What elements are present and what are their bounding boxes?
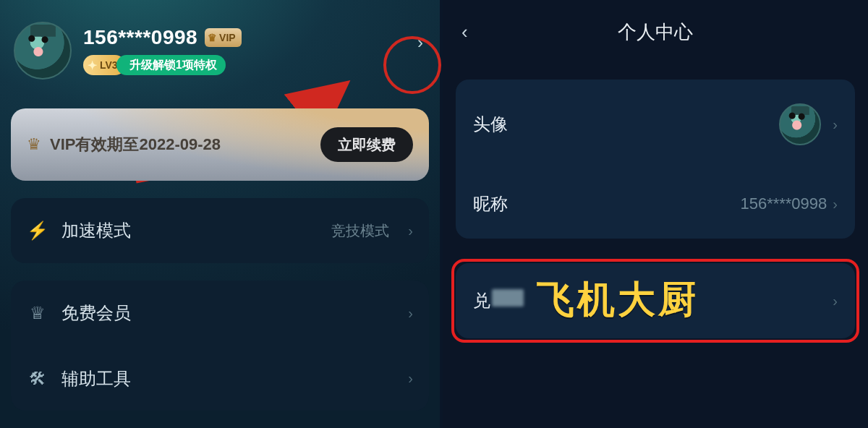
avatar — [779, 103, 821, 145]
profile-card: 头像 › 昵称 156****0998 › — [456, 80, 855, 239]
bolt-icon: ⚡ — [27, 221, 48, 241]
row-label: 头像 — [473, 113, 779, 136]
username-label: 156****0998 — [83, 26, 197, 49]
star-icon: ✦ — [88, 59, 97, 72]
row-free-member[interactable]: ♕ 免费会员 › — [27, 281, 413, 346]
profile-text-block: 156****0998 ♛ VIP ✦ LV3 升级解锁1项特权 — [83, 26, 422, 75]
chevron-right-icon: › — [408, 223, 413, 239]
renew-button[interactable]: 立即续费 — [320, 127, 413, 162]
upgrade-pill[interactable]: 升级解锁1项特权 — [116, 55, 226, 75]
row-value: 竞技模式 — [331, 221, 389, 241]
wrench-icon: 🛠 — [27, 369, 48, 389]
crown-outline-icon: ♕ — [27, 303, 48, 323]
settings-list-1: ⚡ 加速模式 竞技模式 › — [11, 198, 429, 263]
obscured-text — [492, 289, 524, 307]
level-text: LV3 — [100, 59, 118, 71]
crown-icon: ♛ — [208, 32, 217, 43]
row-value: 156****0998 — [740, 194, 827, 213]
row-label: 加速模式 — [61, 219, 318, 242]
vip-badge-text: VIP — [219, 32, 236, 43]
row-label: 兑 — [473, 289, 524, 312]
redeem-code-card: 兑 › 飞机大厨 — [456, 263, 855, 338]
row-accel-mode[interactable]: ⚡ 加速模式 竞技模式 › — [27, 198, 413, 263]
row-redeem-code[interactable]: 兑 › — [473, 263, 838, 338]
row-label: 昵称 — [473, 192, 740, 215]
page-title: 个人中心 — [456, 20, 855, 45]
nav-bar: ‹ 个人中心 — [456, 14, 855, 49]
vip-badge: ♛ VIP — [205, 28, 242, 47]
profile-center-pane: ‹ 个人中心 头像 › 昵称 156****0998 › 兑 › 飞机大厨 — [443, 0, 868, 428]
chevron-right-icon: › — [408, 370, 413, 387]
row-tools[interactable]: 🛠 辅助工具 › — [27, 346, 413, 411]
avatar[interactable] — [14, 22, 72, 80]
settings-list-2: ♕ 免费会员 › 🛠 辅助工具 › — [11, 281, 429, 411]
row-nickname[interactable]: 昵称 156****0998 › — [473, 169, 838, 239]
vip-expiry-text: VIP有效期至2022-09-28 — [50, 134, 312, 155]
crown-icon: ♛ — [27, 135, 41, 154]
profile-row[interactable]: 156****0998 ♛ VIP ✦ LV3 升级解锁1项特权 › — [11, 6, 429, 80]
row-label: 辅助工具 — [61, 367, 389, 390]
home-pane: 156****0998 ♛ VIP ✦ LV3 升级解锁1项特权 › — [0, 0, 440, 428]
chevron-right-icon[interactable]: › — [417, 33, 423, 53]
row-avatar[interactable]: 头像 › — [473, 80, 838, 169]
chevron-right-icon: › — [833, 116, 838, 133]
row-label: 免费会员 — [61, 301, 389, 325]
vip-card: ♛ VIP有效期至2022-09-28 立即续费 — [11, 108, 429, 181]
chevron-right-icon: › — [833, 196, 838, 213]
chevron-right-icon: › — [833, 293, 838, 309]
chevron-right-icon: › — [408, 305, 413, 322]
